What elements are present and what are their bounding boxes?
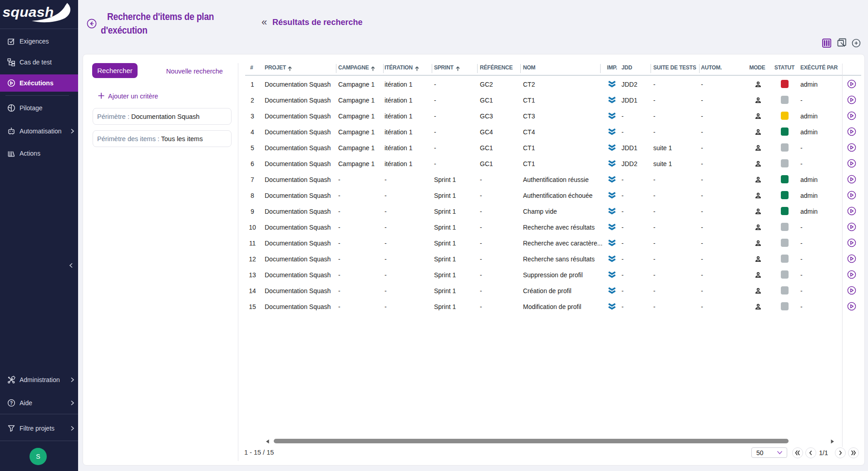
svg-text:?: ? xyxy=(10,400,13,406)
svg-text:squash: squash xyxy=(3,5,54,20)
